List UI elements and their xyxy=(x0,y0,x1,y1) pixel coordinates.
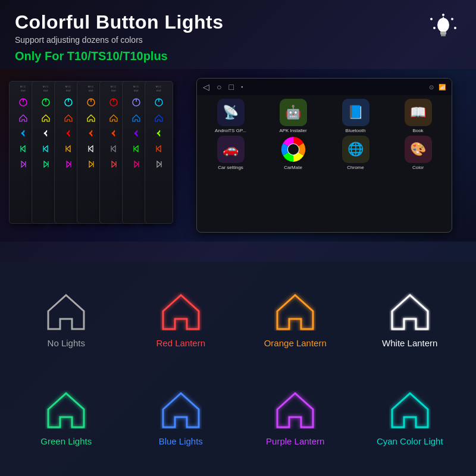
light-label-orange-lantern: Orange Lantern xyxy=(264,338,327,348)
app-bluetooth[interactable]: 📘 Bluetooth xyxy=(325,99,386,133)
svg-marker-29 xyxy=(89,146,93,152)
btn-home-5 xyxy=(107,111,120,124)
btn-power-2 xyxy=(39,96,52,109)
mic-label-3: MIC xyxy=(65,85,71,88)
app-book[interactable]: 📖 Book xyxy=(388,99,448,133)
btn-back-2 xyxy=(39,127,52,140)
btn-prev-1 xyxy=(17,142,30,155)
btn-home-7 xyxy=(152,111,165,124)
light-item-green-lights[interactable]: Green Lights xyxy=(12,372,121,464)
svg-point-3 xyxy=(430,18,433,20)
app-label-carmate: CarMate xyxy=(284,165,302,170)
svg-point-2 xyxy=(454,27,456,29)
lights-grid: No Lights Red Lantern xyxy=(12,274,464,464)
svg-marker-19 xyxy=(44,161,48,167)
btn-prev-2 xyxy=(39,142,52,155)
light-label-purple-lantern: Purple Lantern xyxy=(266,436,324,446)
svg-marker-31 xyxy=(89,161,93,167)
svg-marker-17 xyxy=(44,146,48,152)
svg-marker-13 xyxy=(21,161,25,167)
light-label-green-lights: Green Lights xyxy=(40,436,92,446)
app-icon-chrome: 🌐 xyxy=(342,136,369,163)
light-label-no-lights: No Lights xyxy=(48,338,85,348)
svg-marker-35 xyxy=(112,146,115,152)
app-chrome[interactable]: 🌐 Chrome xyxy=(325,136,386,170)
light-item-no-lights[interactable]: No Lights xyxy=(12,274,121,366)
light-item-cyan-light[interactable]: Cyan Color Light xyxy=(356,372,465,464)
light-label-cyan-light: Cyan Color Light xyxy=(377,436,443,446)
app-carsettings[interactable]: 🚗 Car settings xyxy=(201,136,261,170)
app-color[interactable]: 🎨 Color xyxy=(388,136,448,170)
svg-marker-49 xyxy=(157,161,161,167)
lights-section: No Lights Red Lantern xyxy=(0,262,476,476)
app-icon-apk: 🤖 xyxy=(280,99,307,126)
light-item-orange-lantern[interactable]: Orange Lantern xyxy=(241,274,350,366)
header-section: Colorful Button Lights Support adjusting… xyxy=(0,0,476,69)
mic-label-2: MIC xyxy=(43,85,49,88)
app-icon-book: 📖 xyxy=(405,99,432,126)
device-panel-7: MIC RST xyxy=(145,81,173,224)
wifi-icon: 📶 xyxy=(439,84,446,90)
svg-marker-43 xyxy=(134,161,138,167)
bulb-icon xyxy=(428,12,458,42)
menu-nav-icon: ▪ xyxy=(241,84,243,90)
app-label-book: Book xyxy=(412,128,423,133)
back-nav-icon: ◁ xyxy=(203,82,209,92)
mic-label-7: MIC xyxy=(156,85,162,88)
app-icon-color: 🎨 xyxy=(405,136,432,163)
btn-prev-7 xyxy=(152,142,165,155)
btn-home-3 xyxy=(62,111,75,124)
btn-next-1 xyxy=(17,158,30,171)
house-icon-white-lantern xyxy=(389,292,431,331)
svg-marker-47 xyxy=(157,146,161,152)
app-icon-androidts: 📡 xyxy=(217,99,245,126)
app-apk[interactable]: 🤖 APK Installer xyxy=(263,99,323,133)
rst-label-6: RST xyxy=(134,89,139,92)
svg-point-52 xyxy=(288,144,299,155)
btn-prev-5 xyxy=(107,142,120,155)
rst-label-2: RST xyxy=(43,89,48,92)
btn-back-4 xyxy=(84,127,98,140)
btn-back-7 xyxy=(152,127,165,140)
rst-label-5: RST xyxy=(111,89,116,92)
house-icon-green-lights xyxy=(45,390,87,429)
light-item-red-lantern[interactable]: Red Lantern xyxy=(127,274,236,366)
btn-power-4 xyxy=(84,96,98,109)
app-label-carsettings: Car settings xyxy=(218,165,243,170)
btn-next-7 xyxy=(152,158,165,171)
mic-label-1: MIC xyxy=(20,85,26,88)
rst-label-3: RST xyxy=(66,89,71,92)
device-section: MIC RST MIC xyxy=(0,69,476,242)
recent-nav-icon: □ xyxy=(228,82,233,92)
svg-point-5 xyxy=(437,18,449,32)
btn-back-3 xyxy=(62,127,75,140)
light-item-blue-lights[interactable]: Blue Lights xyxy=(127,372,236,464)
btn-prev-6 xyxy=(130,142,143,155)
nav-icons: ◁ ○ □ ▪ xyxy=(203,82,243,92)
light-label-blue-lights: Blue Lights xyxy=(159,436,203,446)
light-item-purple-lantern[interactable]: Purple Lantern xyxy=(241,372,350,464)
btn-power-1 xyxy=(17,96,30,109)
light-item-white-lantern[interactable]: White Lantern xyxy=(356,274,465,366)
app-carmate[interactable]: CarMate xyxy=(263,136,323,170)
house-icon-purple-lantern xyxy=(274,390,316,429)
home-nav-icon: ○ xyxy=(217,82,221,92)
btn-next-6 xyxy=(130,158,143,171)
page-subtitle: Support adjusting dozens of colors xyxy=(15,35,461,45)
device-topbar: ◁ ○ □ ▪ ⊙ 📶 xyxy=(197,79,452,95)
btn-home-2 xyxy=(39,111,52,124)
app-label-color: Color xyxy=(412,165,424,170)
app-label-apk: APK Installer xyxy=(279,128,306,133)
app-label-bluetooth: Bluetooth xyxy=(346,128,366,133)
mic-label-6: MIC xyxy=(133,85,139,88)
house-icon-cyan-light xyxy=(389,390,431,429)
svg-marker-23 xyxy=(67,146,70,152)
app-androidts[interactable]: 📡 AndroiTS GP... xyxy=(201,99,261,133)
house-icon-blue-lights xyxy=(160,390,202,429)
rst-label-7: RST xyxy=(156,89,161,92)
btn-prev-3 xyxy=(62,142,75,155)
btn-next-2 xyxy=(39,158,52,171)
btn-power-7 xyxy=(152,96,165,109)
main-device-screen: ◁ ○ □ ▪ ⊙ 📶 📡 AndroiTS GP... 🤖 xyxy=(196,78,452,233)
btn-next-3 xyxy=(62,158,75,171)
